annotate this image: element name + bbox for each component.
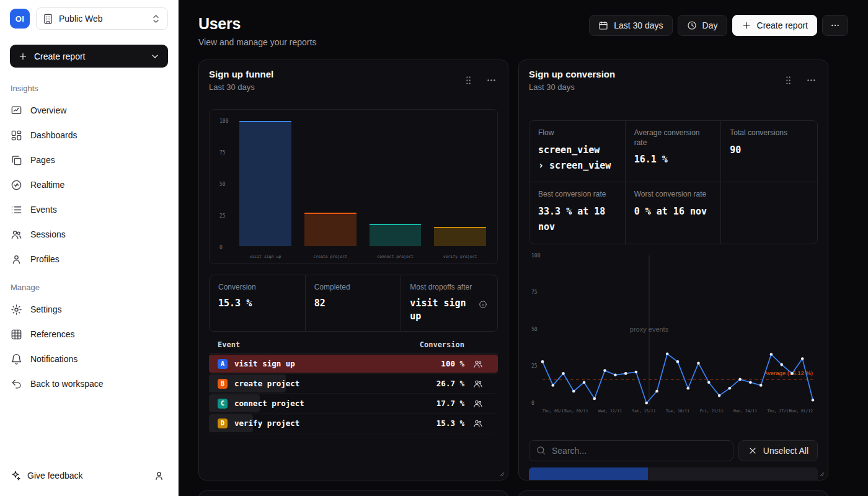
realtime-icon (11, 179, 22, 191)
event-badge: D (218, 418, 228, 428)
card-menu-icon[interactable] (486, 75, 497, 86)
stat-label: Best conversion rate (538, 190, 616, 200)
main-content: Users View and manage your reports Last … (179, 0, 868, 496)
stat-completed: Completed82 (306, 275, 402, 331)
x-axis-label: create project (304, 254, 356, 259)
stat-worst-conversion-rate: Worst conversion rate0 % at 16 nov (626, 182, 722, 244)
app-logo: OI (10, 9, 30, 29)
sidebar-item-label: Back to workspace (30, 379, 104, 389)
stat-label: Flow (538, 128, 616, 138)
event-row-connect-project[interactable]: Cconnect project17.7 % (209, 394, 498, 414)
profiles-icon (11, 254, 22, 265)
partial-selected-item (529, 467, 648, 480)
event-badge: C (218, 399, 228, 409)
column-header-conversion: Conversion (420, 340, 464, 349)
funnel-stats: Conversion15.3 %Completed82Most dropoffs… (209, 275, 498, 332)
resize-handle-icon[interactable] (497, 469, 505, 477)
stat-label: Total conversions (730, 128, 808, 138)
stat-most-dropoffs-after: Most dropoffs aftervisit sign up (401, 275, 497, 331)
event-table-header: Event Conversion (209, 335, 498, 354)
stat-label: Worst conversion rate (634, 190, 712, 200)
drag-handle-icon[interactable] (463, 75, 474, 86)
event-row-verify-project[interactable]: Dverify project15.3 % (209, 414, 498, 433)
info-icon[interactable] (479, 300, 487, 309)
event-conversion: 17.7 % (436, 399, 464, 408)
date-range-button[interactable]: Last 30 days (589, 15, 672, 36)
sidebar-item-references[interactable]: References (0, 322, 178, 347)
funnel-report-card: Sign up funnel Last 30 days 0255075100vi… (198, 60, 508, 480)
sidebar-item-sessions[interactable]: Sessions (0, 222, 178, 247)
sidebar-item-dashboards[interactable]: Dashboards (0, 123, 178, 148)
svg-text:Mon, 01/12: Mon, 01/12 (789, 409, 813, 413)
workspace-selector[interactable]: Public Web (36, 7, 168, 30)
svg-text:proxy events: proxy events (630, 326, 669, 333)
sparkles-icon (10, 470, 21, 481)
event-row-create-project[interactable]: Bcreate project26.7 % (209, 374, 498, 394)
unselect-all-button[interactable]: Unselect All (738, 440, 818, 461)
sidebar-item-label: Dashboards (30, 130, 78, 140)
event-row-visit-sign-up[interactable]: Avisit sign up100 % (209, 354, 498, 374)
users-icon[interactable] (473, 399, 483, 409)
create-report-header-button[interactable]: Create report (732, 15, 817, 36)
users-icon[interactable] (473, 418, 483, 428)
funnel-bar-connect-project[interactable] (370, 224, 422, 246)
events-icon (11, 204, 22, 216)
interval-button[interactable]: Day (678, 15, 727, 36)
undo-icon (11, 378, 22, 390)
user-menu-button[interactable] (149, 466, 168, 485)
stat-flow: Flowscreen_view› screen_view (529, 121, 626, 182)
funnel-event-table: Event Conversion Avisit sign up100 %Bcre… (209, 335, 498, 433)
sidebar-item-overview[interactable]: Overview (0, 98, 178, 123)
y-axis-label: 75 (219, 150, 226, 156)
create-report-button[interactable]: Create report (10, 45, 168, 68)
stat-value: 15.3 % (218, 297, 296, 311)
svg-text:100: 100 (531, 253, 541, 259)
svg-text:0: 0 (531, 401, 534, 406)
funnel-bar-verify-project[interactable] (434, 227, 486, 246)
svg-text:75: 75 (531, 290, 538, 295)
sidebar-item-label: Pages (30, 155, 55, 165)
sidebar-footer: Give feedback (0, 458, 178, 496)
give-feedback-label: Give feedback (27, 471, 83, 480)
x-axis-label: verify project (434, 254, 486, 259)
card-menu-icon[interactable] (806, 75, 817, 86)
users-icon[interactable] (473, 359, 483, 369)
drag-handle-icon[interactable] (783, 75, 794, 86)
sidebar-item-label: Notifications (30, 354, 78, 364)
event-conversion: 26.7 % (436, 379, 464, 388)
interval-label: Day (702, 20, 718, 30)
funnel-bar-create-project[interactable] (304, 213, 356, 246)
sidebar-item-label: Sessions (30, 229, 66, 239)
clock-icon (687, 20, 697, 30)
bell-icon (11, 353, 22, 365)
event-name: connect project (234, 399, 304, 408)
settings-icon (11, 304, 22, 316)
pages-icon (11, 154, 22, 166)
stat-best-conversion-rate: Best conversion rate33.3 % at 18 nov (529, 182, 626, 244)
event-conversion: 100 % (441, 359, 464, 368)
users-icon[interactable] (473, 379, 483, 389)
nav-section-insights: Insights (0, 73, 178, 98)
sidebar-item-settings[interactable]: Settings (0, 297, 178, 322)
stat-value: 0 % at 16 nov (634, 204, 712, 220)
conversion-report-card: Sign up conversion Last 30 days Flowscre… (518, 60, 828, 480)
resize-handle-icon[interactable] (817, 469, 825, 477)
search-input[interactable] (529, 440, 733, 461)
sidebar-item-realtime[interactable]: Realtime (0, 172, 178, 197)
card-subtitle: Last 30 days (209, 82, 273, 92)
sidebar-item-profiles[interactable]: Profiles (0, 247, 178, 272)
sidebar-item-back-to-workspace[interactable]: Back to workspace (0, 371, 178, 396)
y-axis-label: 50 (219, 182, 226, 187)
sidebar-item-pages[interactable]: Pages (0, 148, 178, 172)
funnel-bar-visit-sign-up[interactable] (239, 121, 291, 246)
stat-value: 16.1 % (634, 152, 712, 168)
stat-label: Completed (314, 283, 392, 293)
more-options-button[interactable] (822, 15, 848, 36)
reports-grid: Sign up funnel Last 30 days 0255075100vi… (198, 60, 828, 496)
nav-section-manage: Manage (0, 272, 178, 297)
sidebar-item-notifications[interactable]: Notifications (0, 347, 178, 371)
create-report-header-label: Create report (757, 20, 808, 30)
svg-text:Tue, 18/11: Tue, 18/11 (666, 409, 689, 413)
give-feedback-button[interactable]: Give feedback (10, 470, 83, 481)
sidebar-item-events[interactable]: Events (0, 197, 178, 222)
